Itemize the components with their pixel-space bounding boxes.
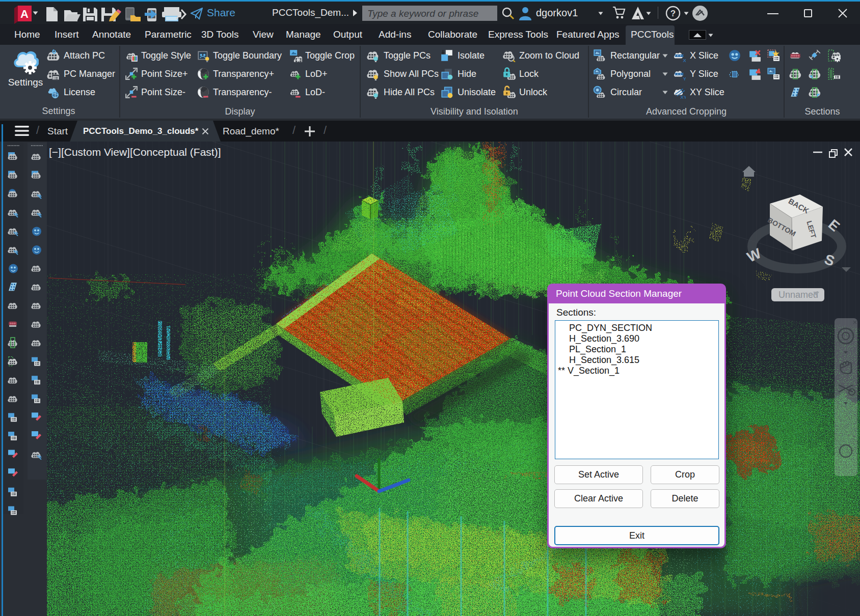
svg-text:?: ? [670, 9, 676, 18]
svg-text:XY: XY [680, 94, 686, 99]
svg-text:X: X [683, 58, 686, 62]
svg-text:Y: Y [683, 76, 686, 80]
svg-text:Unnamed: Unnamed [778, 290, 818, 300]
svg-text:A: A [20, 8, 29, 20]
